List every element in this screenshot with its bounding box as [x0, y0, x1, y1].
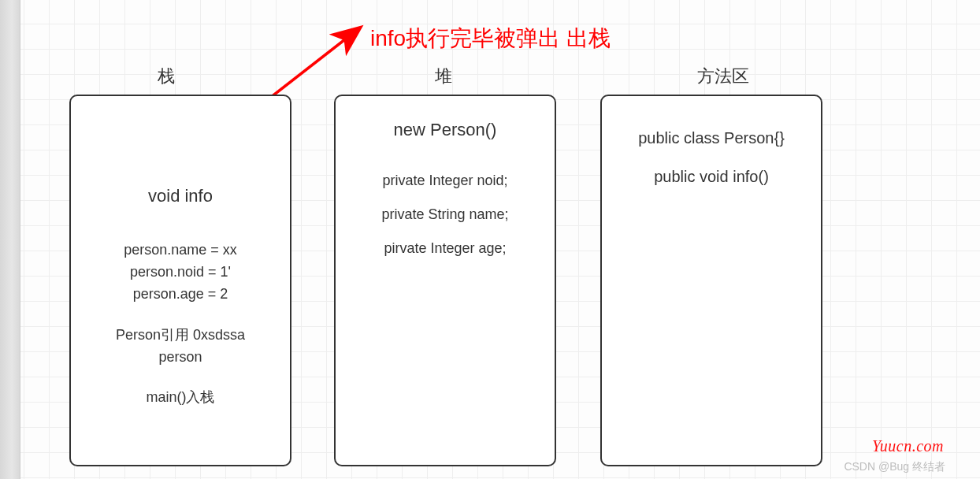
- left-band: [0, 0, 20, 479]
- column-label-method: 方法区: [697, 65, 749, 88]
- heap-field: private Integer noid;: [382, 164, 507, 198]
- method-class-decl: public class Person{}: [638, 126, 785, 150]
- heap-field: private String name;: [381, 198, 508, 232]
- method-info-decl: public void info(): [654, 165, 769, 189]
- stack-line: person.noid = 1': [130, 262, 231, 284]
- column-label-heap: 堆: [435, 65, 452, 88]
- column-label-stack: 栈: [158, 65, 175, 88]
- heap-new-person: new Person(): [394, 120, 497, 140]
- diagram-title: info执行完毕被弹出 出栈: [370, 24, 611, 54]
- stack-frame-info: void info: [148, 186, 213, 206]
- heap-panel: new Person() private Integer noid; priva…: [334, 95, 556, 466]
- stack-line: person.age = 2: [133, 284, 228, 306]
- method-area-panel: public class Person{} public void info(): [600, 95, 822, 466]
- watermark-site: Yuucn.com: [872, 437, 944, 455]
- stack-main: main()入栈: [146, 387, 214, 409]
- stack-line: person: [158, 347, 202, 369]
- stack-line: person.name = xx: [124, 240, 237, 262]
- stack-line: Person引用 0xsdssa: [116, 325, 245, 347]
- watermark-author: CSDN @Bug 终结者: [844, 460, 945, 474]
- heap-field: pirvate Integer age;: [384, 232, 506, 265]
- stack-panel: void info person.name = xx person.noid =…: [69, 95, 291, 466]
